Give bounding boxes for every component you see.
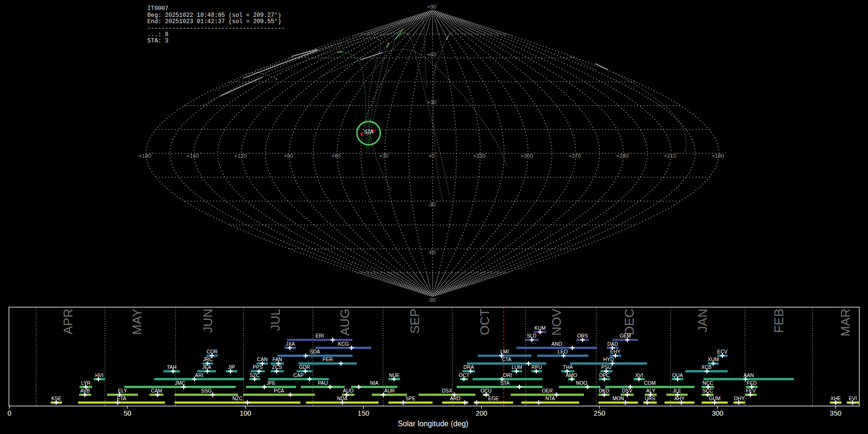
svg-text:JPE: JPE <box>266 380 275 386</box>
svg-text:AUD: AUD <box>343 388 353 393</box>
svg-text:LUM: LUM <box>512 365 522 370</box>
svg-text:STA: 3: STA: 3 <box>148 38 169 44</box>
svg-text:End: 20251023 01:42:37 (sol =: End: 20251023 01:42:37 (sol = 209.55°) <box>148 18 282 25</box>
svg-text:ERI: ERI <box>315 333 324 339</box>
svg-text:OHY: OHY <box>734 396 745 401</box>
svg-text:FEV: FEV <box>746 388 756 393</box>
svg-text:AMO: AMO <box>566 373 577 378</box>
svg-text:DAD: DAD <box>608 341 618 347</box>
svg-text:ALY: ALY <box>646 388 655 393</box>
svg-text:ELY: ELY <box>118 388 127 393</box>
svg-text:JLE: JLE <box>673 388 681 393</box>
svg-text:PER: PER <box>323 357 333 362</box>
svg-text:NOO: NOO <box>576 380 587 386</box>
svg-text:0: 0 <box>7 409 11 417</box>
svg-text:EHY: EHY <box>610 349 620 354</box>
svg-text:SSG: SSG <box>201 388 212 393</box>
svg-text:JRC: JRC <box>203 357 213 362</box>
svg-text:LYR: LYR <box>81 380 91 386</box>
svg-text:JMC: JMC <box>175 380 186 386</box>
svg-text:50: 50 <box>123 409 131 417</box>
svg-text:DSX: DSX <box>442 388 452 393</box>
svg-text:DRA: DRA <box>463 365 474 370</box>
svg-text:IT0007: IT0007 <box>148 5 169 12</box>
svg-text:AUR: AUR <box>384 388 395 393</box>
svg-text:CTA: CTA <box>502 357 511 362</box>
svg-text:300: 300 <box>712 409 723 417</box>
svg-text:NCC: NCC <box>703 380 714 386</box>
svg-text:NUE: NUE <box>389 373 400 378</box>
svg-text:EGE: EGE <box>488 396 499 401</box>
svg-text:LEO: LEO <box>558 349 568 354</box>
svg-text:SPE: SPE <box>406 396 416 401</box>
svg-text:PSU: PSU <box>601 365 611 370</box>
svg-text:...: 8: ...: 8 <box>148 31 169 38</box>
svg-text:KCG: KCG <box>338 341 349 347</box>
svg-text:COM: COM <box>644 380 655 386</box>
svg-text:SDA: SDA <box>310 349 320 354</box>
svg-text:GEM: GEM <box>620 333 631 339</box>
svg-text:DKD: DKD <box>599 388 610 393</box>
svg-text:Beg: 20251022 18:48:05 (sol =: Beg: 20251022 18:48:05 (sol = 209.27°) <box>148 12 282 19</box>
svg-text:JXA: JXA <box>285 341 295 347</box>
svg-text:RPU: RPU <box>531 365 542 370</box>
svg-text:KSE: KSE <box>51 396 61 401</box>
svg-text:ARI: ARI <box>195 373 203 378</box>
svg-text:SLD: SLD <box>527 333 536 339</box>
svg-text:MAR: MAR <box>838 309 853 337</box>
svg-text:QUA: QUA <box>672 373 683 378</box>
svg-text:NDA: NDA <box>337 396 348 401</box>
svg-text:JIP: JIP <box>228 365 235 370</box>
svg-text:FAN: FAN <box>272 357 282 362</box>
svg-text:APR: APR <box>61 309 75 334</box>
svg-text:GDR: GDR <box>299 365 311 370</box>
svg-text:SCC: SCC <box>703 388 713 393</box>
svg-text:ORS: ORS <box>577 333 588 339</box>
svg-text:XUM: XUM <box>707 357 719 362</box>
svg-text:OCT: OCT <box>459 373 470 378</box>
svg-text:FEB: FEB <box>772 309 786 333</box>
svg-text:XVI: XVI <box>635 373 643 378</box>
svg-text:DPC: DPC <box>599 373 610 378</box>
svg-text:STA: STA <box>364 129 374 135</box>
svg-text:JUL: JUL <box>268 309 283 331</box>
svg-text:LMI: LMI <box>501 349 509 354</box>
svg-text:PPS: PPS <box>253 365 263 370</box>
svg-text:FED: FED <box>747 380 757 386</box>
svg-text:OCT: OCT <box>477 309 492 335</box>
svg-text:NZC: NZC <box>232 396 243 401</box>
svg-text:350: 350 <box>830 409 841 417</box>
svg-text:COR: COR <box>206 349 218 354</box>
svg-text:AHY: AHY <box>674 396 684 401</box>
svg-text:OCU: OCU <box>480 388 491 393</box>
svg-text:250: 250 <box>594 409 605 417</box>
svg-text:Solar longitude (deg): Solar longitude (deg) <box>398 420 469 428</box>
svg-text:CAN: CAN <box>257 357 268 362</box>
svg-text:200: 200 <box>475 409 487 417</box>
svg-text:CAM: CAM <box>151 388 162 393</box>
svg-text:OER: OER <box>542 388 553 393</box>
svg-text:HYD: HYD <box>603 357 614 362</box>
svg-text:JUN: JUN <box>201 309 215 333</box>
svg-text:150: 150 <box>358 409 369 417</box>
svg-text:KUM: KUM <box>534 326 545 331</box>
svg-text:PCA: PCA <box>274 388 284 393</box>
svg-text:XHE: XHE <box>830 396 841 401</box>
svg-text:THA: THA <box>563 365 573 370</box>
svg-text:ETA: ETA <box>117 396 126 401</box>
svg-text:ARD: ARD <box>450 396 461 401</box>
svg-text:PAU: PAU <box>318 380 328 386</box>
svg-text:AND: AND <box>552 341 562 347</box>
svg-text:DSV: DSV <box>622 388 632 393</box>
svg-text:ORI: ORI <box>503 373 512 378</box>
svg-text:DEC: DEC <box>622 309 637 335</box>
svg-text:JAN: JAN <box>695 309 710 332</box>
svg-text:AVB: AVB <box>80 388 90 393</box>
svg-text:AUG: AUG <box>338 309 352 336</box>
svg-text:SZC: SZC <box>250 373 260 378</box>
svg-text:NOV: NOV <box>549 308 564 336</box>
svg-text:100: 100 <box>240 409 251 417</box>
svg-text:XCB: XCB <box>701 365 711 370</box>
svg-text:MAY: MAY <box>130 309 144 335</box>
svg-text:ZCS: ZCS <box>272 365 282 370</box>
